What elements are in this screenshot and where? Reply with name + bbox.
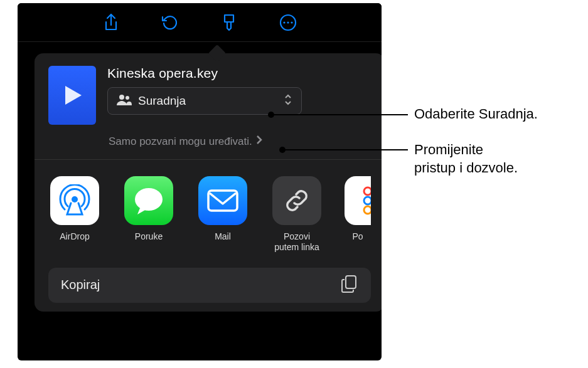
mail-icon: [198, 176, 247, 225]
svg-point-7: [72, 196, 78, 202]
app-label: AirDrop: [48, 231, 101, 242]
callout-dot: [279, 147, 286, 153]
callout-collab: Odaberite Suradnja.: [414, 105, 538, 124]
copy-icon: [341, 275, 358, 296]
svg-point-6: [126, 96, 129, 100]
share-app-airdrop[interactable]: AirDrop: [48, 176, 101, 253]
share-app-shortcuts[interactable]: Po: [345, 176, 371, 253]
collaboration-picker[interactable]: Suradnja: [107, 87, 302, 115]
app-label: Po: [345, 231, 371, 242]
svg-point-8: [135, 188, 163, 211]
svg-point-5: [119, 95, 124, 100]
share-sheet: Kineska opera.key Suradnja Samo pozvani …: [35, 53, 382, 312]
people-icon: [117, 94, 132, 108]
callout-leader-line: [271, 114, 408, 115]
callout-permissions: Promijenitepristup i dozvole.: [414, 141, 518, 177]
more-icon[interactable]: [277, 12, 299, 33]
svg-point-12: [364, 206, 371, 214]
link-icon: [272, 176, 321, 225]
chevron-right-icon: [256, 135, 262, 148]
app-label: Mail: [196, 231, 249, 242]
document-title: Kineska opera.key: [107, 66, 371, 81]
app-label: Pozoviputem linka: [270, 231, 323, 253]
svg-rect-9: [208, 191, 237, 211]
app-label: Poruke: [122, 231, 175, 242]
svg-point-2: [287, 21, 289, 23]
document-thumbnail: [48, 66, 96, 125]
messages-icon: [124, 176, 173, 225]
svg-rect-13: [346, 276, 356, 288]
callout-leader-line: [282, 149, 408, 150]
copy-label: Kopiraj: [61, 278, 341, 292]
airdrop-icon: [50, 176, 99, 225]
permissions-text: Samo pozvani mogu uređivati.: [109, 135, 252, 148]
undo-icon[interactable]: [159, 12, 181, 33]
format-brush-icon[interactable]: [218, 12, 240, 33]
callout-dot: [268, 112, 274, 118]
share-app-messages[interactable]: Poruke: [122, 176, 175, 253]
permissions-row[interactable]: Samo pozvani mogu uređivati.: [35, 132, 382, 159]
collaboration-label: Suradnja: [138, 94, 284, 108]
copy-action[interactable]: Kopiraj: [48, 268, 371, 303]
svg-point-10: [364, 187, 371, 195]
share-app-mail[interactable]: Mail: [196, 176, 249, 253]
svg-marker-4: [65, 86, 82, 105]
svg-point-11: [364, 197, 371, 204]
svg-point-1: [283, 21, 285, 23]
svg-point-3: [291, 21, 292, 23]
app-window: Kineska opera.key Suradnja Samo pozvani …: [18, 3, 382, 360]
share-app-invite-link[interactable]: Pozoviputem linka: [270, 176, 323, 253]
share-icon[interactable]: [100, 12, 122, 33]
shortcuts-icon: [345, 176, 371, 225]
share-header: Kineska opera.key Suradnja: [35, 53, 382, 132]
share-apps-row: AirDrop Poruke Mail: [35, 160, 382, 264]
toolbar: [18, 3, 382, 42]
chevron-up-down-icon: [284, 93, 292, 108]
